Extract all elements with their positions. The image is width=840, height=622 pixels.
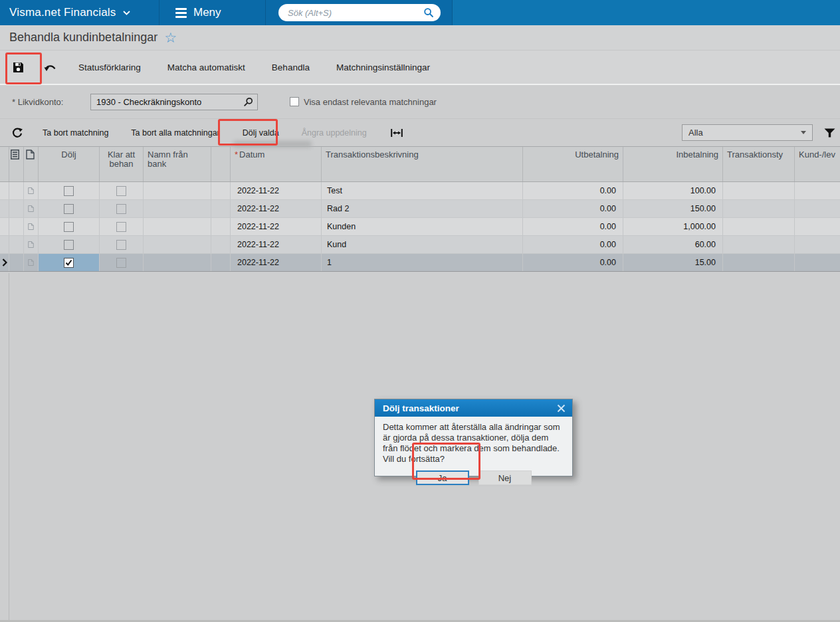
search-icon[interactable] (423, 7, 434, 18)
main-menu-button[interactable]: Meny (159, 0, 266, 25)
klar-checkbox-cell[interactable] (100, 218, 144, 235)
row-notes-cell[interactable] (9, 182, 24, 199)
klar-checkbox-cell[interactable] (100, 236, 144, 253)
row-selector-gutter[interactable] (0, 218, 9, 235)
dolj-checkbox[interactable] (64, 186, 74, 196)
transaktionstyp-cell[interactable] (723, 254, 795, 271)
table-row[interactable]: 2022-11-2210.0015.00 (0, 254, 840, 272)
inbetalning-cell[interactable]: 150.00 (623, 200, 723, 217)
namn-fran-bank-cell[interactable] (144, 182, 211, 199)
kundlev-cell[interactable] (795, 236, 840, 253)
kundlev-cell[interactable] (795, 182, 840, 199)
inbetalning-cell[interactable]: 100.00 (623, 182, 723, 199)
undo-button[interactable] (36, 51, 65, 83)
beskrivning-cell[interactable]: Kund (322, 236, 523, 253)
table-row[interactable]: 2022-11-22Rad 20.00150.00 (0, 200, 840, 218)
beskrivning-cell[interactable]: Kunden (322, 218, 523, 235)
notes-column-header[interactable] (9, 147, 24, 181)
klar-checkbox[interactable] (116, 204, 126, 214)
namn-fran-bank-cell[interactable] (144, 236, 211, 253)
utbetalning-cell[interactable]: 0.00 (523, 218, 623, 235)
inbetalning-cell[interactable]: 15.00 (623, 254, 723, 271)
datum-cell[interactable]: 2022-11-22 (231, 218, 322, 235)
row-file-cell[interactable] (24, 200, 39, 217)
dolj-checkbox-cell[interactable] (39, 182, 100, 199)
klar-checkbox[interactable] (116, 186, 126, 196)
column-header-beskrivning[interactable]: Transaktionsbeskrivning (322, 147, 523, 181)
relevant-matches-checkbox-group[interactable]: Visa endast relevanta matchningar (290, 97, 437, 107)
transaktionstyp-cell[interactable] (723, 182, 795, 199)
row-file-cell[interactable] (24, 182, 39, 199)
column-header-dolj[interactable]: Dölj (39, 147, 100, 181)
namn-fran-bank-cell[interactable] (144, 200, 211, 217)
utbetalning-cell[interactable]: 0.00 (523, 200, 623, 217)
dolj-checkbox[interactable] (64, 240, 74, 250)
search-box[interactable] (278, 4, 441, 21)
row-file-cell[interactable] (24, 254, 39, 271)
dialog-title-bar[interactable]: Dölj transaktioner (375, 399, 572, 417)
utbetalning-cell[interactable]: 0.00 (523, 182, 623, 199)
inbetalning-cell[interactable]: 1,000.00 (623, 218, 723, 235)
transaktionstyp-cell[interactable] (723, 236, 795, 253)
row-notes-cell[interactable] (9, 254, 24, 271)
row-selector-gutter[interactable] (0, 182, 9, 199)
row-file-cell[interactable] (24, 218, 39, 235)
row-file-cell[interactable] (24, 236, 39, 253)
fit-to-width-button[interactable] (391, 128, 403, 138)
dolj-checkbox-cell[interactable] (39, 200, 100, 217)
klar-checkbox[interactable] (116, 258, 126, 268)
transaktionstyp-cell[interactable] (723, 200, 795, 217)
dialog-no-button[interactable]: Nej (478, 470, 532, 485)
dolj-checkbox[interactable] (64, 258, 74, 268)
row-notes-cell[interactable] (9, 200, 24, 217)
klar-checkbox[interactable] (116, 240, 126, 250)
dolj-valda-button[interactable]: Dölj valda (235, 128, 287, 138)
column-header-utbetalning[interactable]: Utbetalning (523, 147, 623, 181)
kundlev-cell[interactable] (795, 200, 840, 217)
klar-checkbox[interactable] (116, 222, 126, 232)
table-row[interactable]: 2022-11-22Test0.00100.00 (0, 182, 840, 200)
dolj-checkbox-cell[interactable] (39, 254, 100, 271)
dolj-checkbox-cell[interactable] (39, 236, 100, 253)
brand-menu[interactable]: Visma.net Financials (0, 0, 159, 25)
datum-cell[interactable]: 2022-11-22 (231, 182, 322, 199)
utbetalning-cell[interactable]: 0.00 (523, 254, 623, 271)
row-notes-cell[interactable] (9, 218, 24, 235)
beskrivning-cell[interactable]: 1 (322, 254, 523, 271)
column-header-inbetalning[interactable]: Inbetalning (623, 147, 723, 181)
dialog-yes-button[interactable]: Ja (416, 470, 469, 485)
namn-fran-bank-cell[interactable] (144, 218, 211, 235)
klar-checkbox-cell[interactable] (100, 182, 144, 199)
row-selector-gutter[interactable] (0, 236, 9, 253)
filter-funnel-button[interactable] (824, 128, 835, 138)
column-header-datum[interactable]: *Datum (231, 147, 322, 181)
view-filter-select[interactable]: Alla (682, 124, 813, 141)
table-row[interactable]: 2022-11-22Kund0.0060.00 (0, 236, 840, 254)
refresh-button[interactable] (0, 128, 35, 138)
utbetalning-cell[interactable]: 0.00 (523, 236, 623, 253)
relevant-matches-checkbox[interactable] (290, 97, 299, 106)
dolj-checkbox[interactable] (64, 204, 74, 214)
behandla-button[interactable]: Behandla (262, 57, 319, 77)
datum-cell[interactable]: 2022-11-22 (231, 254, 322, 271)
kundlev-cell[interactable] (795, 218, 840, 235)
row-selector-gutter[interactable] (0, 200, 9, 217)
lookup-magnifier-icon[interactable] (244, 97, 253, 106)
beskrivning-cell[interactable]: Rad 2 (322, 200, 523, 217)
search-input[interactable] (288, 8, 423, 18)
dolj-checkbox-cell[interactable] (39, 218, 100, 235)
ta-bort-matchning-button[interactable]: Ta bort matchning (35, 128, 116, 138)
files-column-header[interactable] (24, 147, 39, 181)
beskrivning-cell[interactable]: Test (322, 182, 523, 199)
statusforklaring-button[interactable]: Statusförklaring (69, 57, 150, 77)
favorite-star-icon[interactable]: ☆ (164, 31, 177, 45)
namn-fran-bank-cell[interactable] (144, 254, 211, 271)
klar-checkbox-cell[interactable] (100, 200, 144, 217)
kundlev-cell[interactable] (795, 254, 840, 271)
klar-checkbox-cell[interactable] (100, 254, 144, 271)
dialog-close-button[interactable] (557, 404, 566, 413)
row-selector-gutter[interactable] (0, 254, 9, 271)
matcha-automatiskt-button[interactable]: Matcha automatiskt (158, 57, 255, 77)
ta-bort-alla-matchningar-button[interactable]: Ta bort alla matchningar (123, 128, 227, 138)
datum-cell[interactable]: 2022-11-22 (231, 200, 322, 217)
